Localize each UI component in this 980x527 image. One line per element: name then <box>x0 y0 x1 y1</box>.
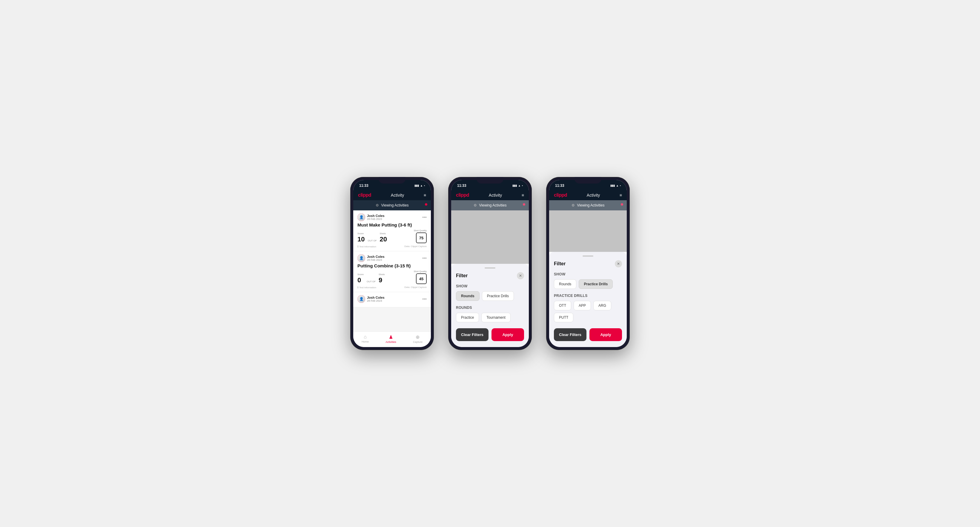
nav-home-1[interactable]: ⌂ Home <box>361 334 369 343</box>
user-name-1: Josh Coles <box>367 214 385 217</box>
drills-section-3: Practice Drills OTT APP ARG PUTT <box>554 294 622 322</box>
capture-label-1: Capture <box>413 340 423 343</box>
practice-drills-btn-3[interactable]: Practice Drills <box>579 279 613 289</box>
rounds-btn-3[interactable]: Rounds <box>554 279 576 289</box>
shots-label-2: Shots <box>379 273 385 276</box>
app-btn-3[interactable]: APP <box>574 301 591 310</box>
shots-label-1: Shots <box>380 232 387 235</box>
info-icon-2: ℹ <box>358 286 358 289</box>
test-info-2: Test Information <box>359 286 376 289</box>
out-of-2: OUT OF <box>367 280 375 283</box>
nav-title-1: Activity <box>391 193 404 198</box>
score-1: 10 <box>358 235 364 243</box>
capture-icon-1: ⊕ <box>416 334 420 340</box>
drills-buttons-3: OTT APP ARG PUTT <box>554 301 622 322</box>
show-buttons-2: Rounds Practice Drills <box>456 291 524 301</box>
nav-capture-1[interactable]: ⊕ Capture <box>413 334 423 343</box>
more-dots-2[interactable]: ••• <box>422 256 427 260</box>
bottom-nav-1: ⌂ Home ♟ Activities ⊕ Capture <box>353 332 431 347</box>
phone-2: 11:33 ▮▮▮ ▲ ▪ clippd Activity ≡ ⚙ Viewin… <box>448 177 532 350</box>
more-dots-1[interactable]: ••• <box>422 215 427 220</box>
filter-title-3: Filter <box>554 261 566 267</box>
viewing-bar-1[interactable]: ⚙ Viewing Activities <box>353 200 431 210</box>
logo-1: clippd <box>358 192 371 198</box>
filter-close-btn-3[interactable]: ✕ <box>615 260 622 267</box>
show-label-2: Show <box>456 284 524 288</box>
tournament-btn-2[interactable]: Tournament <box>481 313 510 322</box>
show-buttons-3: Rounds Practice Drills <box>554 279 622 289</box>
card-footer-2: ℹ Test Information Data: Clippd Capture <box>358 286 427 289</box>
practice-drills-btn-2[interactable]: Practice Drills <box>482 291 514 301</box>
notch-3 <box>574 177 601 184</box>
notch-2 <box>477 177 503 184</box>
filter-actions-2: Clear Filters Apply <box>456 328 524 341</box>
rounds-btn-2[interactable]: Rounds <box>456 291 480 301</box>
wifi-icon-3: ▲ <box>616 184 619 187</box>
battery-icon: ▪ <box>424 184 425 187</box>
filter-dot-1 <box>425 203 427 206</box>
filter-modal-2: Filter ✕ Show Rounds Practice Drills Rou… <box>451 264 529 347</box>
viewing-bar-3: ⚙ Viewing Activities <box>549 200 627 210</box>
signal-icon-2: ▮▮▮ <box>512 184 517 187</box>
nav-bar-3: clippd Activity ≡ <box>549 190 627 200</box>
filter-handle-3 <box>582 256 593 257</box>
user-name-3: Josh Coles <box>367 296 385 299</box>
content-1: Josh Coles 28 Feb 2023 ••• Must Make Put… <box>353 210 431 332</box>
status-time-1: 11:33 <box>359 184 369 188</box>
score-label-2: Score <box>358 273 364 276</box>
hamburger-icon-3[interactable]: ≡ <box>620 193 622 198</box>
viewing-bar-wrapper-1: ⚙ Viewing Activities <box>353 200 431 210</box>
hamburger-icon-1[interactable]: ≡ <box>424 193 426 198</box>
dimmed-bg-2 <box>451 210 529 264</box>
viewing-bar-text-1: Viewing Activities <box>381 203 409 207</box>
phone-2-content: Filter ✕ Show Rounds Practice Drills Rou… <box>451 210 529 347</box>
battery-icon-2: ▪ <box>522 184 523 187</box>
apply-btn-3[interactable]: Apply <box>589 328 622 341</box>
dimmed-bg-3 <box>549 210 627 252</box>
user-date-1: 28 Feb 2023 <box>367 217 385 221</box>
filter-actions-3: Clear Filters Apply <box>554 328 622 341</box>
more-dots-3[interactable]: ••• <box>422 297 427 302</box>
show-section-2: Show Rounds Practice Drills <box>456 284 524 301</box>
phone-3-content: Filter ✕ Show Rounds Practice Drills Pra… <box>549 210 627 347</box>
viewing-bar-wrapper-2: ⚙ Viewing Activities <box>451 200 529 210</box>
wifi-icon-2: ▲ <box>518 184 521 187</box>
ott-btn-3[interactable]: OTT <box>554 301 571 310</box>
hamburger-icon-2[interactable]: ≡ <box>522 193 524 198</box>
sq-label-2: Shot Quality <box>414 270 427 273</box>
rounds-buttons-2: Practice Tournament <box>456 313 524 322</box>
data-source-1: Data: Clippd Capture <box>404 245 427 248</box>
test-info-1: Test Information <box>359 245 376 248</box>
rounds-label-2: Rounds <box>456 306 524 310</box>
nav-bar-1: clippd Activity ≡ <box>353 190 431 200</box>
rounds-section-2: Rounds Practice Tournament <box>456 306 524 322</box>
filter-header-3: Filter ✕ <box>554 260 622 267</box>
drills-label-3: Practice Drills <box>554 294 622 298</box>
apply-btn-2[interactable]: Apply <box>492 328 524 341</box>
putt-btn-3[interactable]: PUTT <box>554 313 573 322</box>
logo-2: clippd <box>456 192 469 198</box>
activity-card-1: Josh Coles 28 Feb 2023 ••• Must Make Put… <box>353 210 431 251</box>
nav-activities-1[interactable]: ♟ Activities <box>385 334 396 343</box>
home-label-1: Home <box>361 340 369 343</box>
practice-rounds-btn-2[interactable]: Practice <box>456 313 479 322</box>
wifi-icon: ▲ <box>420 184 423 187</box>
clear-filters-btn-3[interactable]: Clear Filters <box>554 328 587 341</box>
status-time-2: 11:33 <box>457 184 466 188</box>
shots-2: 9 <box>379 276 382 284</box>
home-icon-1: ⌂ <box>364 334 367 340</box>
user-date-3: 28 Feb 2023 <box>367 299 385 302</box>
shot-quality-badge-1: 75 <box>416 232 427 243</box>
card-title-1: Must Make Putting (3-6 ft) <box>358 222 427 227</box>
status-icons-1: ▮▮▮ ▲ ▪ <box>414 184 425 187</box>
viewing-bar-2: ⚙ Viewing Activities <box>451 200 529 210</box>
arg-btn-3[interactable]: ARG <box>593 301 611 310</box>
status-icons-2: ▮▮▮ ▲ ▪ <box>512 184 523 187</box>
filter-title-2: Filter <box>456 273 468 278</box>
filter-close-btn-2[interactable]: ✕ <box>517 272 524 279</box>
show-section-3: Show Rounds Practice Drills <box>554 272 622 289</box>
nav-title-2: Activity <box>489 193 502 198</box>
card-title-2: Putting Combine (3-15 ft) <box>358 263 427 268</box>
activities-icon-1: ♟ <box>389 334 393 340</box>
clear-filters-btn-2[interactable]: Clear Filters <box>456 328 488 341</box>
